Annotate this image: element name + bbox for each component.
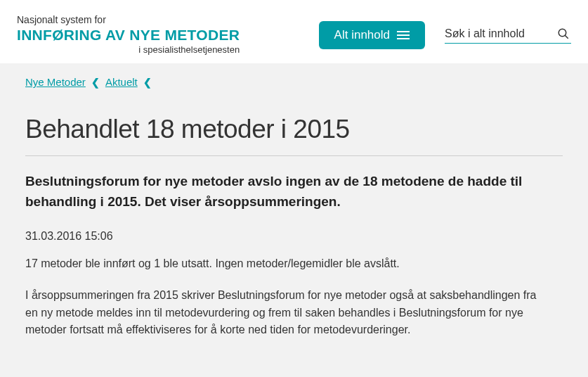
article-lead: Beslutningsforum for nye metoder avslo i… <box>25 172 531 212</box>
breadcrumb: Nye Metoder ❮ Aktuelt ❮ <box>0 63 588 94</box>
site-logo[interactable]: Nasjonalt system for INNFØRING AV NYE ME… <box>17 14 240 55</box>
chevron-left-icon: ❮ <box>143 77 152 88</box>
page-title: Behandlet 18 metoder i 2015 <box>25 115 563 156</box>
logo-subtitle: i spesialisthelsetjenesten <box>17 44 240 55</box>
article-timestamp: 31.03.2016 15:06 <box>25 230 563 243</box>
article-content: Behandlet 18 metoder i 2015 Beslutningsf… <box>0 94 588 367</box>
logo-pretitle: Nasjonalt system for <box>17 14 240 25</box>
search-field[interactable] <box>445 27 571 44</box>
hamburger-icon <box>397 31 410 39</box>
chevron-left-icon: ❮ <box>91 77 100 88</box>
all-content-dropdown[interactable]: Alt innhold <box>319 21 425 49</box>
article-paragraph: 17 metoder ble innført og 1 ble utsatt. … <box>25 255 538 273</box>
search-input[interactable] <box>445 27 550 40</box>
dropdown-label: Alt innhold <box>334 28 390 42</box>
search-icon[interactable] <box>557 27 570 40</box>
header-controls: Alt innhold <box>319 21 571 49</box>
article-paragraph: I årsoppsummeringen fra 2015 skriver Bes… <box>25 287 538 339</box>
site-header: Nasjonalt system for INNFØRING AV NYE ME… <box>0 0 588 63</box>
breadcrumb-link-home[interactable]: Nye Metoder <box>25 76 86 88</box>
logo-title: INNFØRING AV NYE METODER <box>17 27 240 43</box>
svg-point-0 <box>558 29 566 37</box>
svg-line-1 <box>565 35 568 39</box>
breadcrumb-link-section[interactable]: Aktuelt <box>105 76 138 88</box>
